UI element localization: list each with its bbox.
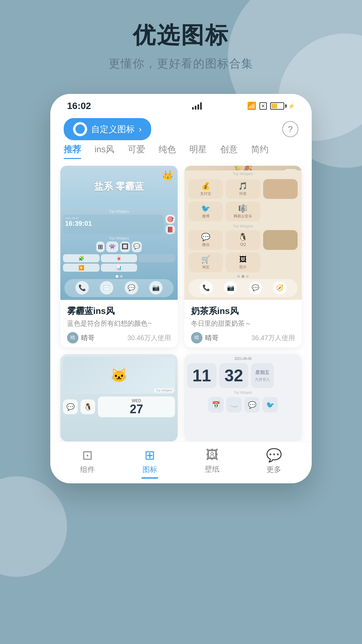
nav-more[interactable]: 💬 更多 — [259, 445, 289, 481]
wifi-icon: 📶 — [247, 102, 256, 110]
status-icons: 📶 ✕ ⚡ — [247, 102, 295, 110]
bottom-nav: ⊡ 组件 ⊞ 图标 🖼 壁纸 💬 更多 — [50, 441, 312, 483]
nav-widgets[interactable]: ⊡ 组件 — [73, 445, 102, 481]
blue-theme-desc: 蓝色是符合所有幻想的颜色~ — [67, 319, 171, 328]
circle-inner — [75, 124, 85, 134]
theme-preview-cream: 外卖 🌾🍂 Top Widgets 💰 支付宝 🎵 抖音 — [184, 166, 302, 300]
blue-theme-author: 晴 晴哥 — [67, 332, 95, 343]
tab-simple[interactable]: 简约 — [251, 144, 268, 159]
cream-theme-author: 晴 晴哥 — [191, 332, 219, 343]
theme-card-cream[interactable]: 外卖 🌾🍂 Top Widgets 💰 支付宝 🎵 抖音 — [184, 166, 302, 347]
custom-icon-button[interactable]: 自定义图标 › — [64, 118, 151, 140]
icons-icon: ⊞ — [144, 448, 155, 463]
category-tabs: 推荐 ins风 可爱 纯色 明星 创意 简约 — [50, 144, 312, 159]
author-avatar-cream: 晴 — [191, 332, 202, 343]
custom-icon-bar: 自定义图标 › ? — [50, 115, 312, 144]
crown-badge: 👑 — [162, 170, 174, 181]
wallpaper-icon: 🖼 — [206, 448, 219, 462]
tab-cute[interactable]: 可爱 — [128, 144, 145, 159]
author-name-cream: 晴哥 — [205, 333, 219, 342]
cream-theme-desc: 冬日里的甜栗奶茶～ — [191, 319, 295, 328]
icons-label: 图标 — [142, 465, 157, 475]
tab-creative[interactable]: 创意 — [220, 144, 238, 159]
wallpaper-label: 壁纸 — [205, 464, 220, 474]
page-header: 优选图标 更懂你，更好看的图标合集 — [0, 0, 362, 82]
blue-theme-footer: 晴 晴哥 30.46万人使用 — [67, 332, 171, 343]
widgets-icon: ⊡ — [82, 448, 93, 463]
widgets-label: 组件 — [80, 465, 95, 475]
theme-preview-blue: 盐系 零霾蓝 Top Widgets 2021-06-23 16:39:01 — [60, 166, 178, 300]
cal-weekday: 星期五 — [255, 370, 269, 376]
more-label: 更多 — [266, 465, 281, 475]
blue-theme-usage: 30.46万人使用 — [127, 333, 171, 342]
blue-theme-title: 雾霾蓝ins风 — [67, 305, 171, 317]
theme-preview-calendar: 2021-08-06 11 32 星期五 六月廿八 Top Widgets — [184, 354, 302, 441]
card-info-cream: 奶茶系ins风 冬日里的甜栗奶茶～ 晴 晴哥 36.47万人使用 — [184, 300, 302, 347]
tab-recommended[interactable]: 推荐 — [64, 144, 81, 159]
x-icon: ✕ — [259, 102, 267, 110]
theme-card-calendar[interactable]: 2021-08-06 11 32 星期五 六月廿八 Top Widgets — [184, 354, 302, 441]
cream-theme-footer: 晴 晴哥 36.47万人使用 — [191, 332, 295, 343]
cream-theme-title: 奶茶系ins风 — [191, 305, 295, 317]
custom-icon-arrow: › — [139, 124, 142, 135]
phone-frame: 16:02 📶 ✕ ⚡ 自定义图标 › — [50, 94, 312, 483]
help-button[interactable]: ? — [282, 121, 298, 137]
status-bar: 16:02 📶 ✕ ⚡ — [50, 94, 312, 115]
theme-card-cat[interactable]: 🐱 Top Widgets 💬 🐧 WED 27 — [60, 354, 178, 441]
cream-theme-usage: 36.47万人使用 — [251, 333, 295, 342]
page-title: 优选图标 — [0, 20, 362, 51]
help-icon: ? — [288, 124, 293, 135]
custom-icon-label: 自定义图标 — [91, 123, 135, 135]
nav-icons[interactable]: ⊞ 图标 — [135, 445, 165, 481]
tab-celebrity[interactable]: 明星 — [189, 144, 207, 159]
cal-hour: 11 — [187, 363, 217, 388]
custom-icon-circle — [73, 122, 87, 136]
status-time: 16:02 — [67, 101, 91, 111]
cal-minute: 32 — [219, 363, 249, 388]
battery-icon: ⚡ — [270, 102, 295, 110]
cal-lunar: 六月廿八 — [255, 377, 270, 382]
theme-preview-cat: 🐱 Top Widgets 💬 🐧 WED 27 — [60, 354, 178, 441]
card-info-blue: 雾霾蓝ins风 蓝色是符合所有幻想的颜色~ 晴 晴哥 30.46万人使用 — [60, 300, 178, 347]
page-subtitle: 更懂你，更好看的图标合集 — [0, 56, 362, 71]
theme-card-blue[interactable]: 盐系 零霾蓝 Top Widgets 2021-06-23 16:39:01 — [60, 166, 178, 347]
bg-decoration-3 — [0, 476, 67, 577]
theme-grid: 盐系 零霾蓝 Top Widgets 2021-06-23 16:39:01 — [50, 166, 312, 441]
signal-bars-icon — [192, 102, 202, 110]
nav-wallpaper[interactable]: 🖼 壁纸 — [198, 445, 226, 481]
blue-theme-banner: 盐系 零霾蓝 — [94, 180, 144, 193]
tab-ins[interactable]: ins风 — [95, 144, 114, 159]
author-avatar-blue: 晴 — [67, 332, 78, 343]
more-icon: 💬 — [266, 448, 282, 463]
tab-solid[interactable]: 纯色 — [159, 144, 176, 159]
calendar-date: 2021-08-06 — [187, 357, 299, 361]
active-indicator — [141, 477, 158, 479]
author-name-blue: 晴哥 — [81, 333, 95, 342]
